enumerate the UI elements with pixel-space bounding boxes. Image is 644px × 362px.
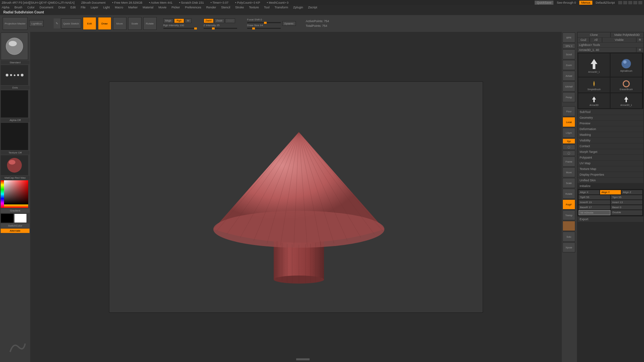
lsym-button[interactable]: LSym <box>562 128 575 138</box>
mrgb-button[interactable]: Mrgb <box>163 18 173 23</box>
section-morph-target[interactable]: Morph Target <box>578 149 643 155</box>
menu-alpha[interactable]: Alpha <box>2 6 9 9</box>
aahalf-button[interactable]: AAHalf <box>562 81 575 92</box>
draw-size-slider[interactable]: Draw Size 64 <box>247 24 281 29</box>
switchcolor-button[interactable]: SwitchColor <box>1 224 30 228</box>
menu-stencil[interactable]: Stencil <box>221 6 230 9</box>
scale-nav-button[interactable]: Scale <box>562 178 575 188</box>
section-unified-skin[interactable]: Unified Skin <box>578 178 643 183</box>
draw-button[interactable]: Draw <box>98 17 111 30</box>
section-subtool[interactable]: SubTool <box>578 109 643 115</box>
zoom-button[interactable]: Zoom <box>562 60 575 70</box>
stroke-selector[interactable] <box>1 65 28 85</box>
projection-master-button[interactable]: Projection Master <box>3 17 28 30</box>
menu-zscript[interactable]: Zscript <box>308 6 317 9</box>
menu-document[interactable]: Document <box>40 6 53 9</box>
frame-button[interactable]: Frame <box>562 157 575 167</box>
menu-tool[interactable]: Tool <box>264 6 270 9</box>
color-picker[interactable] <box>1 180 28 208</box>
defaultscript[interactable]: DefaultZScript <box>596 1 615 4</box>
m-button[interactable]: M <box>185 18 192 23</box>
tool-arrow3d[interactable]: Arrow3D <box>578 93 610 108</box>
tool-simplebrush[interactable]: SimpleBrush <box>578 77 610 93</box>
zsub-button[interactable]: Zsub <box>214 18 224 23</box>
menu-light[interactable]: Light <box>103 6 110 9</box>
xyz-button[interactable]: Xyz <box>562 138 575 144</box>
section-export[interactable]: Export <box>578 217 643 222</box>
move-button[interactable]: Move <box>113 17 126 30</box>
alpha-selector[interactable] <box>1 90 28 118</box>
rotate-nav-button[interactable]: Rotate <box>562 189 575 199</box>
dynamic-button[interactable]: Dynamic <box>282 21 296 26</box>
goz-button[interactable]: GoZ <box>578 38 589 42</box>
rotate-button[interactable]: Rotate <box>143 17 157 30</box>
menu-material[interactable]: Material <box>143 6 153 9</box>
clone-button[interactable]: Clone <box>578 33 610 37</box>
hdivide-slider[interactable]: 58 HDivide <box>579 210 610 215</box>
main-color-swatch[interactable] <box>1 214 13 223</box>
focal-shift-slider[interactable]: Focal Shift 0 <box>247 18 281 23</box>
lightbox-tools-header[interactable]: Lightbox> Tools <box>578 43 643 47</box>
z-intensity-slider[interactable]: Z Intensity 25 <box>204 24 237 29</box>
make-polymesh-button[interactable]: Make PolyMesh3D <box>611 33 643 37</box>
menus-button[interactable]: Menus <box>579 1 592 5</box>
menu-file[interactable]: File <box>81 6 86 9</box>
brush-selector[interactable] <box>1 33 28 60</box>
section-geometry[interactable]: Geometry <box>578 115 643 120</box>
circle2-button[interactable]: ◯ <box>562 150 575 156</box>
menu-edit[interactable]: Edit <box>70 6 76 9</box>
menu-render[interactable]: Render <box>206 6 216 9</box>
zcut-button[interactable]: Zcut <box>225 18 235 23</box>
section-polypaint[interactable]: Polypaint <box>578 155 643 160</box>
align-z-button[interactable]: Align Z <box>622 190 642 194</box>
section-display-properties[interactable]: Display Properties <box>578 172 643 177</box>
xpose-button[interactable]: Xpose <box>562 242 575 252</box>
r-button[interactable]: R <box>637 38 643 42</box>
section-initialize[interactable]: Initialize <box>578 183 643 189</box>
rgb-button[interactable]: Rgb <box>174 18 184 23</box>
menu-brush[interactable]: Brush <box>14 6 22 9</box>
ghost-button[interactable] <box>562 221 575 231</box>
rgb-intensity-slider[interactable]: Rgb Intensity 100 <box>163 24 197 29</box>
scale-button[interactable]: Scale <box>128 17 142 30</box>
basei-slider[interactable]: BaseI 0 <box>611 205 642 209</box>
tool-eraserbrush[interactable]: EraserBrush <box>610 77 642 93</box>
tool-alphabrush[interactable]: AlphaBrush <box>610 53 642 77</box>
texture-selector[interactable] <box>1 123 28 150</box>
menu-zplugin[interactable]: Zplugin <box>293 6 303 9</box>
scroll-button[interactable]: Scroll <box>562 49 575 59</box>
secondary-color-swatch[interactable] <box>14 214 27 223</box>
circle-button[interactable]: ◯ <box>562 144 575 150</box>
zadd-button[interactable]: Zadd <box>204 18 214 23</box>
menu-layer[interactable]: Layer <box>91 6 98 9</box>
innerr-slider[interactable]: InnerR 19 <box>579 200 610 204</box>
baser-slider[interactable]: BaseR 17 <box>579 205 610 209</box>
floor-button[interactable]: Floor <box>562 106 575 116</box>
menu-draw[interactable]: Draw <box>58 6 65 9</box>
bpr-button[interactable]: BPR <box>562 33 575 43</box>
persp-button[interactable]: Persp <box>562 92 575 102</box>
menu-preferences[interactable]: Preferences <box>185 6 201 9</box>
tipr-slider[interactable]: TipR 55 <box>579 195 610 199</box>
quicksave-button[interactable]: QuickSave <box>535 1 553 5</box>
menu-macro[interactable]: Macro <box>115 6 123 9</box>
solo-button[interactable]: Solo <box>562 232 575 242</box>
tool-arrow3d-1[interactable]: Arrow3D_1 <box>578 53 610 77</box>
gradient-button[interactable]: Gradient <box>1 208 30 213</box>
r-button-2[interactable]: R <box>637 48 643 52</box>
visible-button[interactable]: Visible <box>602 38 636 42</box>
quicksketch-button[interactable]: Quick Sketch <box>61 18 81 28</box>
double-button[interactable]: Double <box>611 210 642 215</box>
actual-button[interactable]: Actual <box>562 71 575 81</box>
spix-slider[interactable]: SPix 3 <box>562 43 575 49</box>
menu-transform[interactable]: Transform <box>274 6 288 9</box>
align-x-button[interactable]: Align X <box>579 190 599 194</box>
section-preview[interactable]: Preview <box>578 121 643 126</box>
transp-button[interactable]: Transp <box>562 210 575 220</box>
section-deformation[interactable]: Deformation <box>578 126 643 132</box>
menu-picker[interactable]: Picker <box>171 6 180 9</box>
tool-arrow3d-1b[interactable]: Arrow3D_1 <box>610 93 642 108</box>
material-selector[interactable] <box>1 155 28 175</box>
alternate-button[interactable]: Alternate <box>1 229 30 233</box>
section-contact[interactable]: Contact <box>578 143 643 149</box>
